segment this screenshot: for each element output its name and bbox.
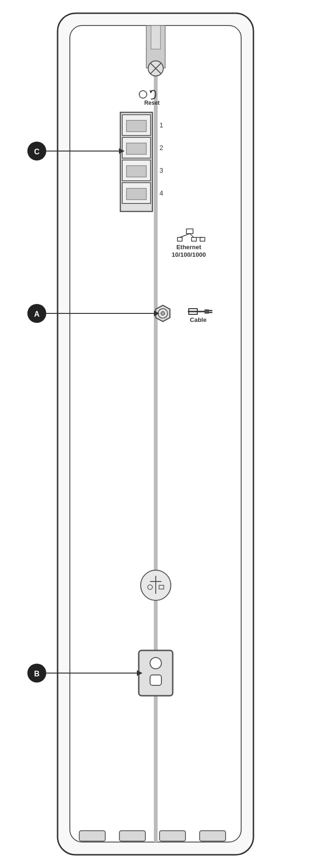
svg-point-34 — [141, 570, 171, 600]
ethernet-label-line1: Ethernet — [177, 244, 202, 251]
svg-line-23 — [180, 234, 190, 237]
svg-rect-19 — [186, 229, 193, 234]
svg-line-6 — [151, 63, 161, 74]
svg-rect-18 — [126, 188, 146, 200]
svg-rect-10 — [120, 112, 152, 211]
svg-rect-14 — [126, 143, 146, 154]
svg-rect-44 — [160, 831, 185, 841]
svg-marker-48 — [119, 148, 125, 154]
svg-rect-39 — [139, 650, 173, 696]
svg-rect-12 — [126, 120, 146, 132]
svg-point-52 — [27, 664, 46, 683]
svg-point-49 — [27, 304, 46, 323]
label-c: C — [34, 148, 40, 156]
svg-point-5 — [148, 61, 163, 76]
svg-line-24 — [190, 234, 194, 237]
svg-rect-42 — [79, 831, 105, 841]
svg-point-37 — [148, 585, 152, 590]
svg-line-7 — [151, 63, 161, 74]
svg-rect-15 — [122, 160, 151, 181]
svg-rect-31 — [205, 310, 209, 313]
svg-rect-45 — [200, 831, 226, 841]
label-b: B — [34, 670, 40, 678]
svg-rect-43 — [119, 831, 145, 841]
svg-marker-9 — [150, 90, 152, 93]
svg-marker-26 — [156, 305, 170, 321]
svg-rect-4 — [151, 25, 160, 49]
svg-rect-22 — [200, 237, 205, 241]
svg-rect-41 — [150, 675, 161, 685]
cable-label: Cable — [190, 316, 206, 323]
svg-rect-2 — [154, 25, 158, 842]
label-a: A — [34, 310, 40, 318]
svg-rect-17 — [122, 183, 151, 203]
svg-rect-1 — [70, 25, 241, 842]
svg-rect-3 — [146, 25, 165, 68]
ethernet-label-line2: 10/100/1000 — [172, 251, 206, 258]
svg-rect-20 — [177, 237, 182, 241]
port-number-1: 1 — [160, 121, 163, 129]
port-number-4: 4 — [160, 189, 163, 197]
svg-rect-0 — [58, 13, 253, 855]
device-diagram: Reset 1 2 3 4 Ethernet — [0, 0, 311, 868]
svg-marker-54 — [137, 670, 143, 676]
diagram-overlay: Reset 1 2 3 4 Ethernet — [0, 0, 311, 868]
reset-label: Reset — [144, 100, 160, 106]
svg-point-46 — [27, 142, 46, 160]
svg-rect-38 — [159, 585, 164, 589]
svg-rect-11 — [122, 115, 151, 135]
svg-point-27 — [158, 309, 168, 318]
svg-rect-21 — [192, 237, 196, 241]
svg-point-40 — [150, 657, 161, 669]
svg-rect-13 — [122, 137, 151, 158]
port-number-2: 2 — [160, 144, 163, 152]
port-number-3: 3 — [160, 167, 163, 174]
svg-rect-16 — [126, 166, 146, 177]
svg-rect-30 — [189, 309, 197, 314]
svg-point-28 — [161, 312, 165, 315]
svg-point-8 — [139, 91, 147, 98]
svg-marker-51 — [154, 311, 160, 316]
